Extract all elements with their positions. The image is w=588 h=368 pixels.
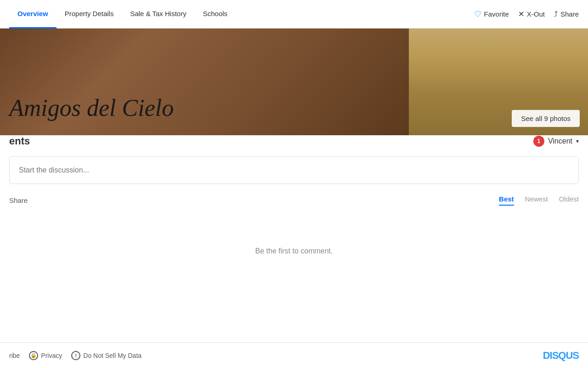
sort-bar: Share Best Newest Oldest bbox=[9, 195, 579, 206]
sort-options: Best Newest Oldest bbox=[499, 195, 579, 206]
sort-oldest[interactable]: Oldest bbox=[559, 195, 579, 206]
subscribe-link[interactable]: ribe bbox=[9, 352, 20, 359]
x-out-button[interactable]: ✕ X-Out bbox=[518, 10, 545, 18]
nav-links: Overview Property Details Sale & Tax His… bbox=[9, 0, 236, 29]
sort-best[interactable]: Best bbox=[499, 195, 514, 206]
nav-actions: ♡ Favorite ✕ X-Out ⤴ Share bbox=[474, 9, 579, 19]
favorite-label: Favorite bbox=[484, 10, 509, 18]
user-name: Vincent bbox=[548, 137, 572, 145]
photo-secondary[interactable]: See all 9 photos bbox=[409, 29, 588, 135]
sort-newest[interactable]: Newest bbox=[525, 195, 548, 206]
see-all-photos-button[interactable]: See all 9 photos bbox=[512, 110, 580, 127]
do-not-sell-label: Do Not Sell My Data bbox=[83, 352, 141, 359]
share-button[interactable]: ⤴ Share bbox=[554, 10, 579, 18]
discussion-input-wrapper[interactable] bbox=[9, 156, 579, 184]
do-not-sell-link[interactable]: ! Do Not Sell My Data bbox=[71, 351, 141, 360]
nav-link-property-details[interactable]: Property Details bbox=[57, 0, 122, 29]
share-label: Share bbox=[560, 10, 579, 18]
photo-main[interactable]: Amigos del Cielo bbox=[0, 29, 409, 135]
nav-link-overview[interactable]: Overview bbox=[9, 0, 57, 29]
nav-link-sale-tax-history[interactable]: Sale & Tax History bbox=[122, 0, 194, 29]
photo-caption: Amigos del Cielo bbox=[9, 94, 174, 121]
footer: ribe 🔒 Privacy ! Do Not Sell My Data DIS… bbox=[0, 342, 588, 368]
comments-header: ents 1 Vincent ▾ bbox=[9, 135, 579, 147]
comments-title: ents bbox=[9, 135, 30, 147]
privacy-link[interactable]: 🔒 Privacy bbox=[29, 351, 62, 360]
lock-icon: 🔒 bbox=[29, 351, 38, 360]
share-link[interactable]: Share bbox=[9, 196, 28, 204]
photo-grid: Amigos del Cielo See all 9 photos bbox=[0, 29, 588, 135]
disqus-logo: DISQUS bbox=[543, 350, 579, 362]
favorite-button[interactable]: ♡ Favorite bbox=[474, 9, 509, 19]
x-out-label: X-Out bbox=[527, 10, 545, 18]
top-navigation: Overview Property Details Sale & Tax His… bbox=[0, 0, 588, 29]
notification-badge: 1 bbox=[533, 136, 544, 147]
user-menu[interactable]: 1 Vincent ▾ bbox=[533, 136, 579, 147]
empty-state: Be the first to comment. bbox=[9, 219, 579, 274]
discussion-input[interactable] bbox=[19, 166, 569, 174]
privacy-label: Privacy bbox=[41, 352, 62, 359]
x-icon: ✕ bbox=[518, 10, 524, 18]
comments-section: ents 1 Vincent ▾ Share Best Newest Oldes… bbox=[0, 135, 588, 274]
share-icon: ⤴ bbox=[554, 10, 558, 18]
nav-link-schools[interactable]: Schools bbox=[195, 0, 236, 29]
footer-links: ribe 🔒 Privacy ! Do Not Sell My Data bbox=[9, 351, 141, 360]
subscribe-label: ribe bbox=[9, 352, 20, 359]
chevron-down-icon: ▾ bbox=[576, 138, 579, 144]
heart-icon: ♡ bbox=[474, 9, 481, 19]
info-icon: ! bbox=[71, 351, 80, 360]
